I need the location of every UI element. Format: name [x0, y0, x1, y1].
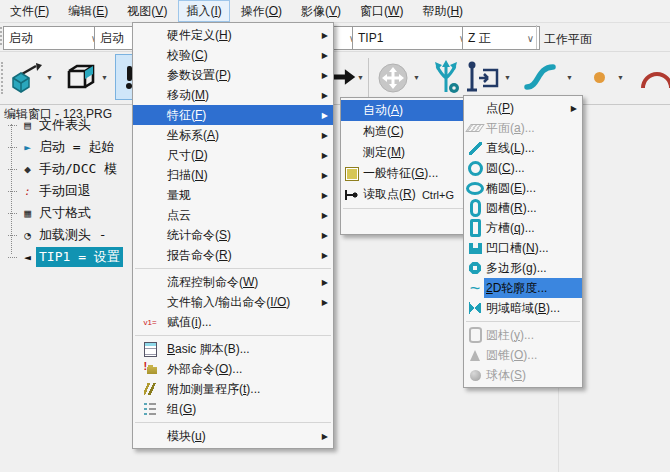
menubar-item[interactable]: 窗口(W) [352, 0, 411, 22]
menu-item[interactable]: Basic 脚本(B)... [133, 339, 333, 359]
move-circle-icon [377, 62, 409, 94]
menu-item[interactable]: 尺寸(D) ▶ [133, 145, 333, 165]
submenu-arrow-icon: ▶ [314, 71, 333, 80]
menu-item[interactable]: 参数设置(P) ▶ [133, 65, 333, 85]
menu-item[interactable]: 直线(L)... [464, 138, 582, 158]
polygon-icon [469, 262, 481, 274]
menu-item[interactable]: 硬件定义(H) ▶ [133, 25, 333, 45]
profile-feature-button[interactable] [521, 58, 563, 96]
menubar-item[interactable]: 影像(V) [293, 0, 349, 22]
chevron-down-icon[interactable]: ▼ [46, 74, 53, 81]
menu-item-label: 2D轮廓度... [486, 280, 547, 297]
menu-item[interactable]: 读取点(R) Ctrl+G [341, 184, 475, 205]
menu-item-label: 方槽(q)... [486, 220, 535, 237]
menu-item-label: 圆柱(y)... [486, 327, 534, 344]
tree-row-text: 加载测头 - [36, 225, 110, 245]
workplane-label: 工作平面 [544, 31, 592, 48]
tree-row-icon: : [19, 185, 36, 198]
submenu-arrow-icon: ▶ [314, 298, 333, 307]
menu-item[interactable]: 附加测量程序(t)... [133, 379, 333, 399]
menu-item[interactable]: 椭圆(E)... [464, 178, 582, 198]
point-feature-button[interactable] [588, 66, 610, 88]
dimension-format-icon: ▦ [24, 207, 31, 220]
menu-item[interactable]: 自动(A) ▶ [341, 100, 475, 121]
submenu-arrow-icon: ▶ [314, 432, 333, 441]
menubar-item[interactable]: 帮助(H) [414, 0, 471, 22]
menu-item[interactable]: 校验(C) ▶ [133, 45, 333, 65]
menu-item[interactable]: 多边形(g)... [464, 258, 582, 278]
tree-connector-stub [8, 147, 17, 148]
chevron-down-icon[interactable]: ∨ [523, 33, 534, 44]
menu-item-label: 报告命令(R) [167, 247, 232, 264]
menu-item[interactable]: 流程控制命令(W) ▶ [133, 272, 333, 292]
auto-features-button[interactable] [428, 56, 464, 98]
tree-row-text: 尺寸格式 [36, 203, 94, 223]
menu-item[interactable]: 特征(F) ▶ [133, 105, 333, 125]
menubar-item[interactable]: 插入(I) [178, 0, 229, 22]
menu-item[interactable]: 测定(M) ▶ [341, 142, 475, 163]
chevron-down-icon[interactable]: ▼ [101, 74, 108, 81]
menu-item[interactable]: 模块(u) ▶ [133, 426, 333, 446]
tip-combo[interactable]: TIP1 ∨ [352, 26, 472, 50]
menubar-item[interactable]: 操作(O) [233, 0, 290, 22]
menubar-item[interactable]: 编辑(E) [60, 0, 116, 22]
chevron-down-icon[interactable]: ▼ [413, 74, 420, 81]
menu-item[interactable]: 扫描(N) ▶ [133, 165, 333, 185]
menu-item[interactable]: 统计命令(S) ▶ [133, 225, 333, 245]
chevron-down-icon[interactable]: ▼ [357, 74, 364, 81]
group-icon [144, 403, 156, 415]
external-command-icon [144, 363, 157, 375]
wire-cube-button[interactable] [59, 57, 99, 99]
menu-item[interactable]: 圆(C)... [464, 158, 582, 178]
menu-item[interactable]: v1= 赋值(i)... [133, 312, 333, 332]
menu-item[interactable]: 点云 ▶ [133, 205, 333, 225]
arc-feature-button[interactable] [639, 60, 670, 94]
menu-item[interactable]: ~ 2D轮廓度... [464, 278, 582, 298]
menu-item[interactable]: 平面(a)... [464, 118, 582, 138]
tree-row-icon: ► [19, 141, 36, 154]
toolbar-drag-handle[interactable] [1, 62, 6, 94]
menu-item-label: 明域暗域(B)... [486, 300, 560, 317]
tip-icon: ◄ [24, 251, 31, 264]
menubar-item[interactable]: 视图(V) [119, 0, 175, 22]
menu-item-label: 圆(C)... [486, 160, 525, 177]
menu-item[interactable]: 方槽(q)... [464, 218, 582, 238]
menu-item[interactable]: 圆槽(R)... [464, 198, 582, 218]
move-command-button[interactable] [331, 62, 357, 92]
menu-item[interactable]: 报告命令(R) ▶ [133, 245, 333, 265]
menu-item[interactable]: 圆锥(O)... [464, 345, 582, 365]
menu-item[interactable]: 移动(M) ▶ [133, 85, 333, 105]
menu-item-label: 一般特征(G)... [363, 165, 438, 182]
chevron-down-icon[interactable]: ▼ [504, 74, 511, 81]
menu-item[interactable]: 量规 ▶ [133, 185, 333, 205]
menu-item[interactable]: 外部命令(O)... [133, 359, 333, 379]
menu-item-label: 读取点(R) [363, 186, 416, 203]
tree-connector-stub [8, 235, 17, 236]
cube-arrow-button[interactable] [8, 57, 44, 99]
square-slot-icon [470, 219, 481, 237]
menu-item-label: 校验(C) [167, 47, 208, 64]
tree-connector-stub [8, 213, 17, 214]
combo-value: 启动 [100, 30, 124, 47]
menubar-item[interactable]: 文件(F) [2, 0, 57, 22]
menu-item-label: 外部命令(O)... [167, 361, 242, 378]
menu-item-icon [464, 370, 486, 381]
menu-item[interactable]: 点(P) ▶ [464, 98, 582, 118]
menu-item[interactable]: 球体(S) [464, 365, 582, 385]
retract-icon: : [24, 185, 31, 198]
tree-row-icon: ▦ [19, 207, 36, 220]
chevron-down-icon[interactable]: ▼ [566, 74, 573, 81]
chevron-down-icon[interactable]: ▼ [617, 74, 624, 81]
menu-item[interactable]: 组(G) [133, 399, 333, 419]
menu-item[interactable]: 凹口槽(N)... [464, 238, 582, 258]
menu-item[interactable]: 文件输入/输出命令(I/O) ▶ [133, 292, 333, 312]
probe-toolbox-button[interactable] [464, 56, 502, 98]
menu-item[interactable]: 明域暗域(B)... [464, 298, 582, 318]
menu-item[interactable]: 构造(C) ▶ [341, 121, 475, 142]
menu-item[interactable]: 一般特征(G)... [341, 163, 475, 184]
black-arrow-icon [331, 64, 357, 90]
startup-combo-1[interactable]: 启动 ∨ [3, 26, 104, 50]
menu-item[interactable]: 坐标系(A) ▶ [133, 125, 333, 145]
menu-item[interactable]: 圆柱(y)... [464, 325, 582, 345]
axis-combo[interactable]: Z 正 ∨ [462, 26, 540, 50]
